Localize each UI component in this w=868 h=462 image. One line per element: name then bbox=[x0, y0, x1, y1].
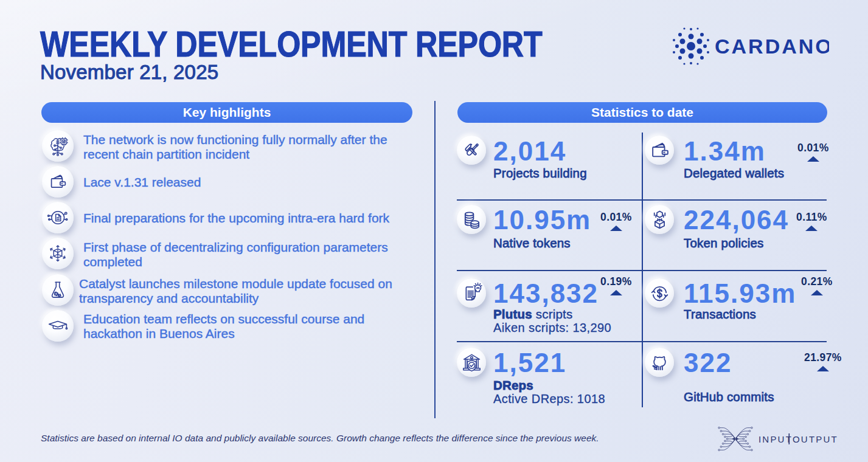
svg-text:OUTPUT: OUTPUT bbox=[793, 434, 838, 444]
svg-text:CARDANO: CARDANO bbox=[715, 35, 829, 58]
svg-text:INPUT: INPUT bbox=[759, 434, 793, 444]
